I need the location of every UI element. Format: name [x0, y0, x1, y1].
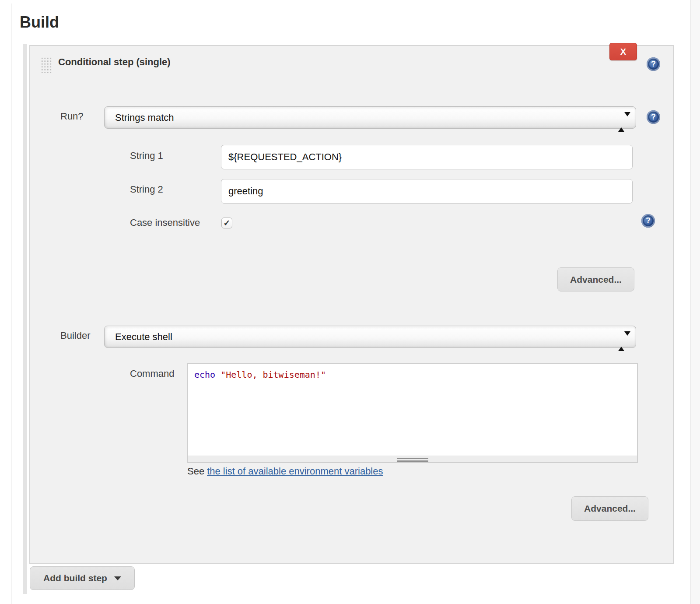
- caret-down-icon: [114, 576, 121, 580]
- case-insensitive-label: Case insensitive: [130, 217, 200, 228]
- checkmark-icon: ✓: [224, 218, 231, 228]
- string1-value: ${REQUESTED_ACTION}: [228, 151, 342, 162]
- advanced-button-condition[interactable]: Advanced...: [557, 267, 634, 291]
- build-config-page: Build Conditional step (single) X ? ? ? …: [0, 0, 700, 604]
- builder-label: Builder: [60, 330, 90, 341]
- build-step-title: Conditional step (single): [58, 56, 171, 68]
- string1-input[interactable]: ${REQUESTED_ACTION}: [221, 145, 633, 169]
- add-build-step-button[interactable]: Add build step: [30, 566, 135, 590]
- select-arrows-icon: [618, 330, 624, 344]
- page-title: Build: [20, 13, 59, 32]
- delete-step-button[interactable]: X: [609, 43, 637, 60]
- environment-variables-note: Seethe list of available environment var…: [187, 466, 383, 477]
- help-icon[interactable]: ?: [647, 57, 660, 71]
- page-right-gutter: [690, 0, 700, 604]
- case-insensitive-checkbox[interactable]: ✓: [221, 218, 232, 228]
- string2-value: greeting: [228, 186, 263, 197]
- command-string: "Hello, bitwiseman!": [220, 369, 326, 380]
- help-icon[interactable]: ?: [641, 214, 655, 228]
- drag-handle-icon[interactable]: [40, 56, 52, 73]
- string2-label: String 2: [130, 184, 163, 195]
- string1-label: String 1: [130, 150, 163, 162]
- build-step-side-strip: [23, 44, 27, 594]
- command-editor: echo"Hello, bitwiseman!": [187, 363, 638, 463]
- textarea-resize-bar[interactable]: [188, 456, 637, 462]
- command-textarea[interactable]: echo"Hello, bitwiseman!": [188, 364, 637, 456]
- env-note-prefix: See: [187, 466, 204, 477]
- builder-select[interactable]: Execute shell: [104, 326, 636, 348]
- add-build-step-label: Add build step: [43, 573, 107, 583]
- builder-selected-value: Execute shell: [115, 331, 172, 342]
- page-left-border: [11, 4, 11, 604]
- run-condition-select[interactable]: Strings match: [104, 106, 636, 129]
- resize-grip-icon: [397, 458, 428, 463]
- command-label: Command: [130, 368, 174, 379]
- select-arrows-icon: [618, 111, 624, 124]
- string2-input[interactable]: greeting: [221, 179, 633, 204]
- run-condition-label: Run?: [60, 111, 84, 122]
- command-keyword: echo: [194, 369, 215, 380]
- advanced-button-shell[interactable]: Advanced...: [571, 496, 648, 521]
- environment-variables-link[interactable]: the list of available environment variab…: [207, 466, 383, 477]
- run-condition-selected-value: Strings match: [115, 112, 174, 123]
- help-icon[interactable]: ?: [647, 110, 660, 124]
